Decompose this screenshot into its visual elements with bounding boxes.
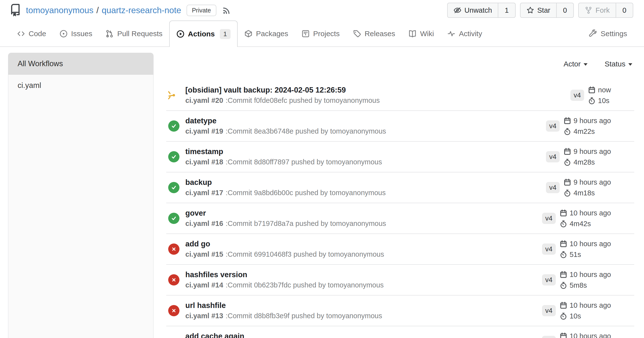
run-meta: v4 9 hours ago 4m28s	[546, 146, 611, 168]
calendar-icon	[560, 209, 567, 217]
workflow-run-row[interactable]: datetype ci.yaml #19:Commit 8ea3b6748e p…	[166, 111, 634, 142]
calendar-icon	[560, 302, 567, 309]
workflow-run-row[interactable]: [obsidian] vault backup: 2024-02-05 12:2…	[166, 80, 634, 111]
calendar-icon	[560, 240, 567, 248]
workflow-run-row[interactable]: backup ci.yaml #17:Commit 9a8bd6b00c pus…	[166, 172, 634, 203]
run-filters: Actor Status	[166, 57, 632, 71]
in-progress-icon	[168, 90, 180, 101]
run-text: add go ci.yaml #15:Commit 69910468f3 pus…	[185, 239, 542, 259]
stopwatch-icon	[560, 220, 567, 228]
star-button[interactable]: Star	[520, 3, 556, 17]
runner-version-badge: v4	[542, 336, 556, 338]
run-title[interactable]: gover	[185, 209, 206, 217]
run-time: 10 hours ago	[570, 301, 611, 310]
watch-count[interactable]: 1	[498, 3, 515, 17]
run-subtitle: ci.yaml #18:Commit 8d80ff7897 pushed by …	[185, 157, 546, 167]
stopwatch-icon	[560, 312, 567, 320]
fork-button[interactable]: Fork	[579, 3, 616, 17]
tab-packages[interactable]: Packages	[238, 21, 295, 46]
run-commit-text: :Commit 69910468f3 pushed by tomoyanonym…	[226, 250, 384, 258]
run-title[interactable]: [obsidian] vault backup: 2024-02-05 12:2…	[185, 86, 346, 94]
unwatch-button[interactable]: Unwatch	[448, 3, 498, 17]
runner-version-badge: v4	[546, 120, 560, 132]
tab-code-label: Code	[28, 29, 46, 38]
calendar-icon	[564, 148, 571, 155]
run-times: 9 hours ago 4m22s	[564, 115, 611, 137]
run-status-slot	[168, 274, 180, 286]
sidebar-item-ci-yaml[interactable]: ci.yaml	[8, 74, 153, 96]
play-circle-icon	[176, 30, 184, 38]
run-time-line: 9 hours ago	[564, 115, 611, 126]
star-button-group: Star 0	[520, 3, 574, 18]
run-workflow: ci.yaml #17	[185, 189, 223, 197]
tab-issues[interactable]: Issues	[53, 21, 99, 46]
run-text: timestamp ci.yaml #18:Commit 8d80ff7897 …	[185, 147, 546, 167]
tab-actions[interactable]: Actions 1	[169, 20, 238, 47]
eye-slash-icon	[454, 6, 461, 14]
tab-activity[interactable]: Activity	[440, 21, 489, 46]
tag-icon	[353, 29, 361, 38]
runs-panel: Actor Status [obsidian] vault backup: 20…	[166, 47, 634, 338]
run-title[interactable]: datetype	[185, 117, 216, 125]
run-title[interactable]: backup	[185, 178, 212, 186]
tab-settings[interactable]: Settings	[582, 21, 634, 46]
run-title[interactable]: url hashfile	[185, 301, 226, 310]
run-commit-text: :Commit 8d80ff7897 pushed by tomoyanonym…	[226, 158, 382, 166]
run-times: 10 hours ago 51s	[560, 238, 611, 260]
run-duration: 10s	[598, 97, 610, 105]
run-time: 10 hours ago	[570, 332, 611, 338]
workflow-run-row[interactable]: gover ci.yaml #16:Commit b7197d8a7a push…	[166, 203, 634, 234]
workflow-run-row[interactable]: add go ci.yaml #15:Commit 69910468f3 pus…	[166, 234, 634, 265]
visibility-badge: Private	[186, 5, 216, 16]
actions-count-badge: 1	[220, 29, 230, 39]
run-duration-line: 5m8s	[560, 280, 611, 291]
run-title[interactable]: timestamp	[185, 147, 223, 156]
runner-version-badge: v4	[546, 151, 560, 163]
status-filter-dropdown[interactable]: Status	[605, 60, 632, 68]
repo-name-link[interactable]: quartz-research-note	[102, 5, 181, 15]
tab-pull-requests[interactable]: Pull Requests	[99, 21, 169, 46]
actor-filter-dropdown[interactable]: Actor	[564, 60, 588, 68]
run-status-slot	[168, 151, 180, 163]
workflow-run-row[interactable]: url hashfile ci.yaml #13:Commit d8b8fb3e…	[166, 296, 634, 326]
star-count[interactable]: 0	[556, 3, 573, 17]
run-times: now 10s	[588, 84, 611, 106]
workflow-run-row[interactable]: add cache again v4 10 hours ago	[166, 326, 634, 338]
run-commit-text: :Commit d8b8fb3e9f pushed by tomoyanonym…	[226, 312, 382, 320]
run-text: [obsidian] vault backup: 2024-02-05 12:2…	[185, 85, 570, 106]
run-time-line: 10 hours ago	[560, 238, 611, 249]
tab-code[interactable]: Code	[10, 21, 53, 46]
run-title[interactable]: add cache again	[185, 332, 244, 338]
rss-icon[interactable]	[222, 5, 232, 15]
run-workflow: ci.yaml #18	[185, 158, 223, 166]
runner-version-badge: v4	[542, 274, 556, 286]
workflow-run-row[interactable]: hashfiles version ci.yaml #14:Commit 0b6…	[166, 265, 634, 296]
run-text: gover ci.yaml #16:Commit b7197d8a7a push…	[185, 208, 542, 229]
workflow-sidebar: All Workflows ci.yaml	[8, 53, 154, 338]
tab-activity-label: Activity	[459, 29, 482, 38]
run-duration-line: 10s	[588, 95, 611, 106]
run-time-line: 9 hours ago	[564, 146, 611, 157]
stopwatch-icon	[564, 189, 571, 197]
run-title[interactable]: hashfiles version	[185, 270, 247, 279]
run-status-slot	[168, 182, 180, 193]
run-times: 10 hours ago 10s	[560, 300, 611, 321]
workflow-run-row[interactable]: timestamp ci.yaml #18:Commit 8d80ff7897 …	[166, 142, 634, 172]
run-duration: 4m18s	[574, 189, 595, 197]
stopwatch-icon	[564, 159, 571, 166]
repo-owner-link[interactable]: tomoyanonymous	[26, 5, 94, 15]
run-title[interactable]: add go	[185, 240, 210, 248]
status-filter-label: Status	[605, 60, 626, 68]
tab-projects[interactable]: Projects	[295, 21, 346, 46]
runner-version-badge: v4	[542, 243, 556, 255]
run-subtitle: ci.yaml #17:Commit 9a8bd6b00c pushed by …	[185, 187, 546, 198]
run-subtitle: ci.yaml #14:Commit 0b623b7fdc pushed by …	[185, 280, 542, 290]
tab-wiki-label: Wiki	[420, 29, 434, 38]
sidebar-item-all-workflows[interactable]: All Workflows	[8, 53, 153, 74]
run-status-slot	[168, 213, 180, 224]
run-text: hashfiles version ci.yaml #14:Commit 0b6…	[185, 270, 542, 290]
success-icon	[168, 120, 180, 132]
tab-wiki[interactable]: Wiki	[402, 21, 440, 46]
fork-count[interactable]: 0	[616, 3, 633, 17]
tab-releases[interactable]: Releases	[346, 21, 402, 46]
